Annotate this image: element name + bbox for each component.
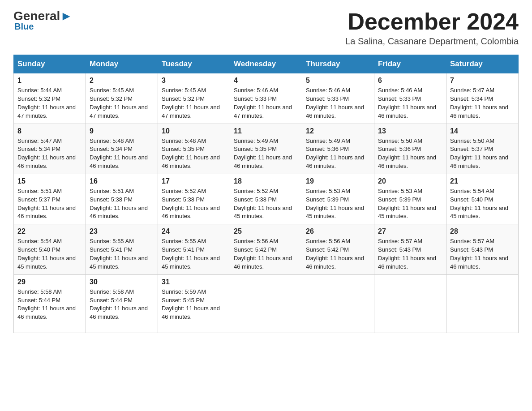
table-row: 13 Sunrise: 5:50 AMSunset: 5:36 PMDaylig…: [374, 124, 446, 174]
day-number: 19: [306, 177, 370, 185]
col-header-monday: Monday: [86, 55, 158, 73]
day-number: 3: [162, 77, 226, 85]
day-number: 28: [450, 227, 515, 235]
day-info: Sunrise: 5:49 AMSunset: 5:35 PMDaylight:…: [234, 137, 292, 170]
day-info: Sunrise: 5:55 AMSunset: 5:41 PMDaylight:…: [90, 238, 148, 270]
table-row: [230, 274, 302, 333]
day-info: Sunrise: 5:45 AMSunset: 5:32 PMDaylight:…: [90, 87, 148, 119]
day-info: Sunrise: 5:44 AMSunset: 5:32 PMDaylight:…: [17, 87, 76, 119]
day-number: 7: [450, 77, 515, 85]
day-number: 23: [90, 227, 154, 235]
month-title: December 2024: [345, 9, 519, 34]
table-row: 29 Sunrise: 5:58 AMSunset: 5:44 PMDaylig…: [14, 274, 86, 333]
table-row: 15 Sunrise: 5:51 AMSunset: 5:37 PMDaylig…: [14, 174, 86, 224]
calendar-header-row: Sunday Monday Tuesday Wednesday Thursday…: [14, 55, 519, 73]
day-number: 13: [378, 127, 442, 135]
table-row: [302, 274, 374, 333]
day-info: Sunrise: 5:47 AMSunset: 5:34 PMDaylight:…: [17, 137, 76, 170]
table-row: 22 Sunrise: 5:54 AMSunset: 5:40 PMDaylig…: [14, 224, 86, 274]
day-number: 27: [378, 227, 442, 235]
location-title: La Salina, Casanare Department, Colombia: [345, 36, 519, 47]
day-info: Sunrise: 5:53 AMSunset: 5:39 PMDaylight:…: [306, 188, 364, 220]
table-row: 8 Sunrise: 5:47 AMSunset: 5:34 PMDayligh…: [14, 124, 86, 174]
day-number: 8: [17, 127, 82, 135]
table-row: 1 Sunrise: 5:44 AMSunset: 5:32 PMDayligh…: [14, 73, 86, 124]
day-number: 26: [306, 227, 370, 235]
col-header-tuesday: Tuesday: [158, 55, 230, 73]
table-row: 20 Sunrise: 5:53 AMSunset: 5:39 PMDaylig…: [374, 174, 446, 224]
day-number: 24: [162, 227, 226, 235]
day-info: Sunrise: 5:52 AMSunset: 5:38 PMDaylight:…: [162, 188, 220, 220]
table-row: 11 Sunrise: 5:49 AMSunset: 5:35 PMDaylig…: [230, 124, 302, 174]
day-number: 11: [234, 127, 298, 135]
day-number: 1: [17, 77, 82, 85]
table-row: 30 Sunrise: 5:58 AMSunset: 5:44 PMDaylig…: [86, 274, 158, 333]
table-row: 28 Sunrise: 5:57 AMSunset: 5:43 PMDaylig…: [446, 224, 519, 274]
day-info: Sunrise: 5:45 AMSunset: 5:32 PMDaylight:…: [162, 87, 220, 119]
day-number: 25: [234, 227, 298, 235]
day-info: Sunrise: 5:55 AMSunset: 5:41 PMDaylight:…: [162, 238, 220, 270]
table-row: 5 Sunrise: 5:46 AMSunset: 5:33 PMDayligh…: [302, 73, 374, 124]
day-info: Sunrise: 5:54 AMSunset: 5:40 PMDaylight:…: [17, 238, 76, 270]
table-row: 17 Sunrise: 5:52 AMSunset: 5:38 PMDaylig…: [158, 174, 230, 224]
table-row: 4 Sunrise: 5:46 AMSunset: 5:33 PMDayligh…: [230, 73, 302, 124]
day-info: Sunrise: 5:51 AMSunset: 5:38 PMDaylight:…: [90, 188, 148, 220]
day-number: 9: [90, 127, 154, 135]
day-number: 30: [90, 278, 154, 286]
table-row: [446, 274, 519, 333]
day-info: Sunrise: 5:46 AMSunset: 5:33 PMDaylight:…: [306, 87, 364, 119]
day-number: 10: [162, 127, 226, 135]
col-header-thursday: Thursday: [302, 55, 374, 73]
table-row: 25 Sunrise: 5:56 AMSunset: 5:42 PMDaylig…: [230, 224, 302, 274]
day-number: 4: [234, 77, 298, 85]
table-row: 9 Sunrise: 5:48 AMSunset: 5:34 PMDayligh…: [86, 124, 158, 174]
logo-blue-text: ►: [60, 9, 73, 23]
day-info: Sunrise: 5:49 AMSunset: 5:36 PMDaylight:…: [306, 137, 364, 170]
day-info: Sunrise: 5:56 AMSunset: 5:42 PMDaylight:…: [306, 238, 364, 270]
table-row: 24 Sunrise: 5:55 AMSunset: 5:41 PMDaylig…: [158, 224, 230, 274]
day-number: 14: [450, 127, 515, 135]
day-info: Sunrise: 5:51 AMSunset: 5:37 PMDaylight:…: [17, 188, 76, 220]
page-header: General ► Blue December 2024 La Salina, …: [13, 9, 519, 47]
day-info: Sunrise: 5:58 AMSunset: 5:44 PMDaylight:…: [17, 288, 76, 321]
table-row: 12 Sunrise: 5:49 AMSunset: 5:36 PMDaylig…: [302, 124, 374, 174]
day-info: Sunrise: 5:57 AMSunset: 5:43 PMDaylight:…: [450, 238, 508, 270]
col-header-saturday: Saturday: [446, 55, 519, 73]
col-header-friday: Friday: [374, 55, 446, 73]
day-number: 6: [378, 77, 442, 85]
day-info: Sunrise: 5:46 AMSunset: 5:33 PMDaylight:…: [234, 87, 292, 119]
day-info: Sunrise: 5:57 AMSunset: 5:43 PMDaylight:…: [378, 238, 436, 270]
table-row: 21 Sunrise: 5:54 AMSunset: 5:40 PMDaylig…: [446, 174, 519, 224]
day-info: Sunrise: 5:50 AMSunset: 5:37 PMDaylight:…: [450, 137, 508, 170]
day-number: 17: [162, 177, 226, 185]
table-row: 19 Sunrise: 5:53 AMSunset: 5:39 PMDaylig…: [302, 174, 374, 224]
col-header-wednesday: Wednesday: [230, 55, 302, 73]
day-info: Sunrise: 5:59 AMSunset: 5:45 PMDaylight:…: [162, 288, 220, 321]
day-info: Sunrise: 5:48 AMSunset: 5:35 PMDaylight:…: [162, 137, 220, 170]
table-row: 16 Sunrise: 5:51 AMSunset: 5:38 PMDaylig…: [86, 174, 158, 224]
table-row: 14 Sunrise: 5:50 AMSunset: 5:37 PMDaylig…: [446, 124, 519, 174]
day-info: Sunrise: 5:53 AMSunset: 5:39 PMDaylight:…: [378, 188, 436, 220]
day-number: 15: [17, 177, 82, 185]
day-number: 12: [306, 127, 370, 135]
day-number: 22: [17, 227, 82, 235]
table-row: 31 Sunrise: 5:59 AMSunset: 5:45 PMDaylig…: [158, 274, 230, 333]
day-info: Sunrise: 5:58 AMSunset: 5:44 PMDaylight:…: [90, 288, 148, 321]
day-info: Sunrise: 5:56 AMSunset: 5:42 PMDaylight:…: [234, 238, 292, 270]
table-row: 23 Sunrise: 5:55 AMSunset: 5:41 PMDaylig…: [86, 224, 158, 274]
logo: General ► Blue: [13, 9, 73, 32]
table-row: 6 Sunrise: 5:46 AMSunset: 5:33 PMDayligh…: [374, 73, 446, 124]
day-info: Sunrise: 5:52 AMSunset: 5:38 PMDaylight:…: [234, 188, 292, 220]
table-row: 7 Sunrise: 5:47 AMSunset: 5:34 PMDayligh…: [446, 73, 519, 124]
day-info: Sunrise: 5:48 AMSunset: 5:34 PMDaylight:…: [90, 137, 148, 170]
day-number: 16: [90, 177, 154, 185]
day-number: 31: [162, 278, 226, 286]
table-row: 18 Sunrise: 5:52 AMSunset: 5:38 PMDaylig…: [230, 174, 302, 224]
table-row: 3 Sunrise: 5:45 AMSunset: 5:32 PMDayligh…: [158, 73, 230, 124]
day-number: 18: [234, 177, 298, 185]
day-info: Sunrise: 5:47 AMSunset: 5:34 PMDaylight:…: [450, 87, 508, 119]
day-info: Sunrise: 5:50 AMSunset: 5:36 PMDaylight:…: [378, 137, 436, 170]
day-info: Sunrise: 5:46 AMSunset: 5:33 PMDaylight:…: [378, 87, 436, 119]
day-number: 29: [17, 278, 82, 286]
logo-blue-sub: Blue: [14, 21, 34, 32]
